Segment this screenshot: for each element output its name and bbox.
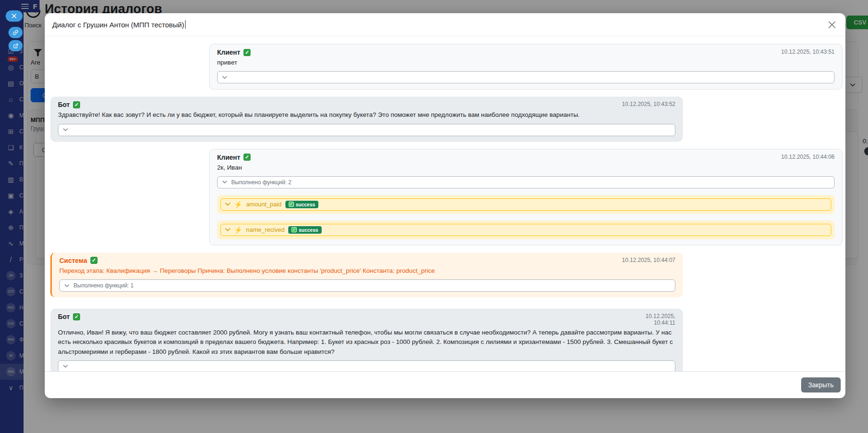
message-timestamp: 10.12.2025, 10:44:11 [639, 313, 675, 326]
author-name: Клиент [217, 49, 240, 56]
chat-message: Клиент ✓ 10.12.2025, 10:43:51 привет [209, 44, 843, 90]
success-check-icon: ✓ [289, 202, 294, 207]
functions-summary-toggle[interactable]: Выполнено функций: 1 [59, 279, 675, 292]
messages-area: Клиент ✓ 10.12.2025, 10:43:51 привет Бот… [45, 36, 845, 371]
message-timestamp: 10.12.2025, 10:43:52 [622, 101, 675, 107]
chevron-down-icon [225, 228, 230, 231]
chevron-down-icon [225, 203, 230, 206]
verified-check-icon: ✓ [90, 257, 97, 264]
message-author: Клиент ✓ [217, 49, 251, 56]
status-text: success [299, 227, 318, 233]
message-text: 2к, Иван [217, 163, 835, 172]
author-name: Система [59, 257, 87, 264]
modal-header: Диалог с Грушин Антон (МПП тестовый) [45, 13, 845, 36]
message-author: Бот ✓ [58, 313, 80, 320]
chat-message: Бот ✓ 10.12.2025, 10:44:11 Отлично, Иван… [50, 309, 683, 371]
message-text: Здравствуйте! Как вас зовут? И есть ли у… [58, 110, 675, 120]
message-text: Отлично, Иван! Я вижу, что ваш бюджет со… [58, 328, 675, 357]
close-icon [828, 21, 836, 29]
lightning-icon: ⚡ [234, 227, 242, 233]
floating-link-button[interactable] [8, 27, 23, 38]
chevron-down-icon [65, 284, 69, 287]
modal-title[interactable]: Диалог с Грушин Антон (МПП тестовый) [52, 20, 186, 29]
success-check-icon: ✓ [292, 227, 297, 232]
verified-check-icon: ✓ [243, 154, 251, 161]
function-name: name_recived [246, 226, 284, 233]
lightning-icon: ⚡ [234, 201, 242, 208]
dialog-history-modal: Диалог с Грушин Антон (МПП тестовый) Кли… [45, 13, 845, 398]
function-status-badge: ✓ success [285, 201, 318, 208]
function-calls-list: ⚡ amount_paid ✓ success ⚡ name_recived ✓… [217, 195, 835, 239]
message-timestamp: 10.12.2025, 10:44:06 [781, 154, 835, 160]
verified-check-icon: ✓ [73, 101, 80, 108]
functions-summary-toggle[interactable] [58, 124, 675, 136]
chevron-down-icon [63, 128, 68, 131]
functions-summary-toggle[interactable]: Выполнено функций: 2 [217, 176, 835, 188]
status-text: success [296, 202, 315, 207]
chevron-down-icon [222, 180, 227, 184]
chat-message: Система ✓ 10.12.2025, 10:44:07 Переход э… [50, 253, 683, 297]
functions-summary-toggle[interactable] [217, 71, 835, 83]
functions-summary-label: Выполнено функций: 1 [73, 282, 134, 289]
function-call-toggle[interactable]: ⚡ amount_paid ✓ success [220, 198, 831, 211]
verified-check-icon: ✓ [243, 49, 251, 56]
author-name: Бот [58, 313, 70, 320]
message-author: Клиент ✓ [217, 154, 251, 161]
floating-close-button[interactable] [6, 10, 23, 22]
external-link-icon [13, 43, 18, 49]
function-name: amount_paid [246, 201, 281, 208]
function-call-toggle[interactable]: ⚡ name_recived ✓ success [220, 224, 831, 236]
verified-check-icon: ✓ [73, 313, 80, 320]
close-modal-footer-button[interactable]: Закрыть [801, 377, 841, 392]
author-name: Бот [58, 101, 70, 108]
chevron-down-icon [222, 76, 227, 79]
message-author: Бот ✓ [58, 101, 80, 108]
message-timestamp: 10.12.2025, 10:43:51 [781, 49, 835, 55]
functions-summary-label: Выполнено функций: 2 [231, 179, 292, 186]
chevron-down-icon [63, 365, 68, 368]
message-timestamp: 10.12.2025, 10:44:07 [622, 257, 675, 263]
message-text: привет [217, 58, 835, 67]
message-author: Система ✓ [59, 257, 97, 264]
link-icon [13, 30, 18, 35]
chat-message: Клиент ✓ 10.12.2025, 10:44:06 2к, Иван В… [209, 149, 843, 245]
close-icon [12, 14, 16, 18]
modal-close-button[interactable] [826, 19, 838, 31]
message-text: Переход этапа: Квалификация → Переговоры… [59, 266, 675, 276]
functions-summary-toggle[interactable] [58, 360, 675, 371]
author-name: Клиент [217, 154, 240, 161]
modal-footer: Закрыть [45, 371, 845, 398]
text-cursor [185, 20, 186, 29]
function-call-block: ⚡ amount_paid ✓ success [217, 195, 835, 214]
function-call-block: ⚡ name_recived ✓ success [217, 221, 835, 239]
chat-message: Бот ✓ 10.12.2025, 10:43:52 Здравствуйте!… [50, 97, 683, 141]
function-status-badge: ✓ success [288, 226, 321, 234]
floating-external-link-button[interactable] [8, 40, 23, 51]
